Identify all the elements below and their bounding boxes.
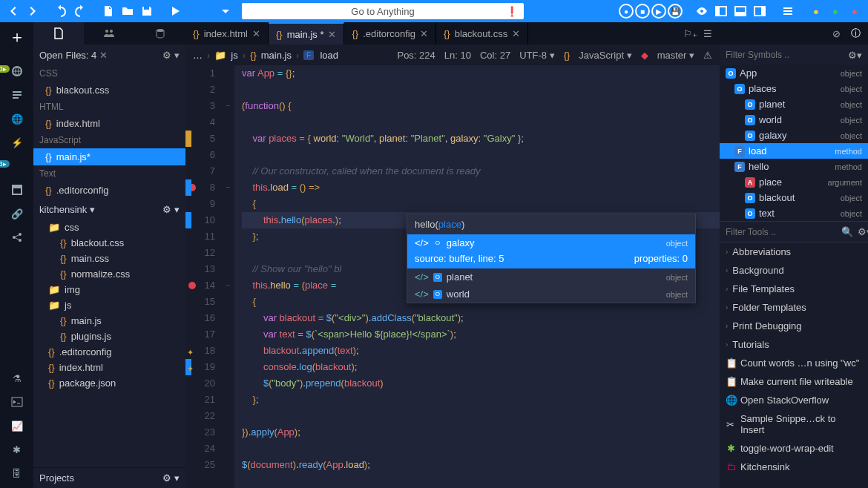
save-macro-button[interactable]: 💾: [668, 4, 683, 19]
line-number[interactable]: 3: [185, 98, 215, 114]
editor-tab[interactable]: {}main.js *✕: [269, 22, 345, 44]
gear-icon[interactable]: ⚙ ▾: [162, 50, 180, 61]
save-button[interactable]: [138, 2, 156, 20]
autocomplete-item[interactable]: </>Ogalaxyobject: [407, 234, 695, 251]
flask-icon[interactable]: ⚗: [5, 368, 29, 389]
tool-item[interactable]: ✱toggle-word-wrap-edit: [720, 439, 868, 458]
line-number[interactable]: 17: [185, 326, 215, 343]
symbol-item[interactable]: Oworldobject: [720, 112, 868, 128]
code-line[interactable]: (function() {: [242, 98, 720, 114]
tool-item[interactable]: 📋Make current file writeable: [720, 372, 868, 391]
share-icon[interactable]: [5, 227, 29, 248]
line-number[interactable]: 11: [185, 228, 215, 245]
symbol-item[interactable]: Oblackoutobject: [720, 190, 868, 205]
tool-item[interactable]: 📋Count words …n using "wc": [720, 354, 868, 372]
fold-toggle[interactable]: −: [223, 98, 234, 114]
tool-folder[interactable]: ›Folder Templates: [720, 298, 868, 317]
open-file-item[interactable]: {}blackout.css: [33, 82, 185, 99]
code-line[interactable]: [242, 441, 720, 457]
symbol-item[interactable]: Fhellomethod: [720, 159, 868, 174]
line-number[interactable]: 4: [185, 114, 215, 131]
branch[interactable]: master ▾: [657, 50, 694, 61]
dropdown-button[interactable]: [217, 2, 234, 20]
gear-icon[interactable]: ⚙▾: [858, 226, 868, 237]
undo-button[interactable]: [52, 2, 70, 20]
line-number[interactable]: 10: [185, 212, 215, 228]
symbol-item[interactable]: Aplaceargument: [720, 174, 868, 190]
tree-item[interactable]: 📁js: [33, 297, 185, 313]
panel-bottom-icon[interactable]: [731, 2, 749, 20]
close-tab-icon[interactable]: ✕: [252, 28, 260, 39]
code-line[interactable]: this.load = () =>: [242, 179, 720, 196]
filter-symbols-input[interactable]: [726, 50, 844, 60]
close-tab-icon[interactable]: ✕: [328, 29, 336, 40]
fold-toggle[interactable]: −: [223, 277, 234, 294]
badge-3-icon[interactable]: 3▸: [5, 156, 29, 177]
gear-icon[interactable]: ⚙ ▾: [162, 204, 180, 215]
lines-icon[interactable]: [5, 85, 29, 105]
code-line[interactable]: blackout.append(text);: [242, 343, 720, 359]
tree-item[interactable]: 📁img: [33, 282, 185, 297]
back-button[interactable]: [4, 2, 22, 20]
line-number[interactable]: 22: [185, 408, 215, 424]
line-number[interactable]: 6: [185, 147, 215, 163]
code-line[interactable]: [242, 408, 720, 424]
flag-icon[interactable]: ⚐₊: [683, 28, 697, 39]
symbol-item[interactable]: Otextobject: [720, 205, 868, 221]
tool-folder[interactable]: ›Tutorials: [720, 335, 868, 354]
ellipsis[interactable]: …: [193, 50, 203, 61]
symbols-tab[interactable]: ⓘ: [851, 27, 861, 40]
code-line[interactable]: // Our constructor, called when the docu…: [242, 163, 720, 179]
tool-folder[interactable]: ›File Templates: [720, 280, 868, 298]
line-number[interactable]: 20: [185, 375, 215, 392]
warning-icon[interactable]: ⚠: [703, 50, 712, 61]
symbol-item[interactable]: Floadmethod: [720, 143, 868, 159]
star-icon[interactable]: ✱: [5, 439, 29, 460]
files-tab[interactable]: [33, 22, 84, 44]
open-file-item[interactable]: {}index.html: [33, 115, 185, 132]
code-line[interactable]: [242, 114, 720, 131]
play-macro-button[interactable]: ▶: [651, 4, 666, 19]
open-file-item[interactable]: {}.editorconfig: [33, 182, 185, 199]
autocomplete-item[interactable]: </>Oworldobject: [407, 286, 695, 303]
tree-item[interactable]: {}index.html: [33, 360, 185, 375]
redo-button[interactable]: [71, 2, 89, 20]
tool-folder[interactable]: ›Print Debugging: [720, 317, 868, 335]
open-file-item[interactable]: {}main.js*: [33, 148, 185, 165]
tool-item[interactable]: 🌐Open StackOverflow: [720, 391, 868, 409]
code-line[interactable]: [242, 82, 720, 98]
code-line[interactable]: }).apply(App);: [242, 424, 720, 441]
tree-item[interactable]: {}main.css: [33, 251, 185, 266]
language[interactable]: JavaScript ▾: [579, 50, 631, 61]
forward-button[interactable]: [24, 2, 42, 20]
line-number[interactable]: 16: [185, 310, 215, 326]
new-file-button[interactable]: [99, 2, 117, 20]
close-icon[interactable]: ✕: [99, 50, 108, 61]
places-icon[interactable]: 0▸: [5, 61, 29, 82]
play-button[interactable]: [166, 2, 184, 20]
line-number[interactable]: 18✦: [185, 343, 215, 359]
tree-item[interactable]: 📁css: [33, 220, 185, 235]
tree-item[interactable]: {}.editorconfig: [33, 344, 185, 360]
tool-item[interactable]: ✂Sample Snippe…ck to Insert: [720, 409, 868, 439]
people-tab[interactable]: [84, 22, 134, 44]
crumb-file[interactable]: main.js: [261, 50, 292, 61]
line-number[interactable]: 2: [185, 82, 215, 98]
line-number[interactable]: 21: [185, 392, 215, 408]
panel-left-icon[interactable]: [712, 2, 730, 20]
tree-item[interactable]: {}blackout.css: [33, 235, 185, 251]
code-line[interactable]: $("body").prepend(blackout): [242, 375, 720, 392]
chart-icon[interactable]: 📈: [5, 415, 29, 436]
link-icon[interactable]: 🔗: [5, 203, 29, 224]
line-number[interactable]: 14: [185, 277, 215, 294]
line-number[interactable]: 25: [185, 457, 215, 473]
bolt-icon[interactable]: ⚡: [5, 132, 29, 153]
line-number[interactable]: 13: [185, 261, 215, 277]
db-icon[interactable]: 🗄: [5, 463, 29, 484]
line-number[interactable]: 1: [185, 65, 215, 82]
code-line[interactable]: var App = {};: [242, 65, 720, 82]
new-button[interactable]: ＋: [5, 27, 29, 47]
terminal-icon[interactable]: [5, 392, 29, 412]
editor-tab[interactable]: {}.editorconfig✕: [344, 22, 436, 44]
tree-item[interactable]: {}main.js: [33, 313, 185, 329]
